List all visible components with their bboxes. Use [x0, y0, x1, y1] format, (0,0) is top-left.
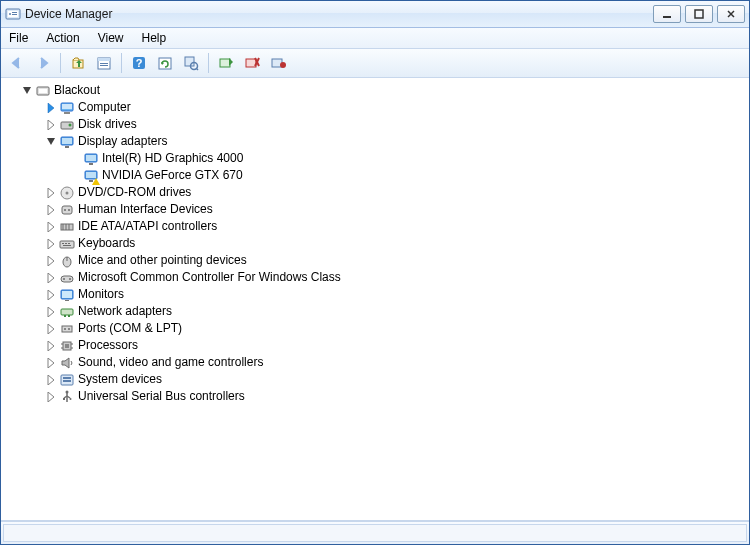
computer-icon — [59, 100, 75, 116]
tree-category-label: Display adapters — [78, 133, 167, 150]
display-icon — [83, 151, 99, 167]
toolbar-properties-button[interactable] — [92, 51, 116, 75]
toolbar-separator — [121, 53, 122, 73]
toolbar-separator — [208, 53, 209, 73]
display-icon — [59, 134, 75, 150]
window-title: Device Manager — [25, 7, 112, 21]
expander-icon[interactable] — [45, 204, 56, 215]
device-tree[interactable]: Blackout Computer Disk drives Display ad… — [1, 78, 749, 521]
sound-icon — [59, 355, 75, 371]
tree-category-label: Processors — [78, 337, 138, 354]
tree-device-label: NVIDIA GeForce GTX 670 — [102, 167, 243, 184]
expander-icon[interactable] — [45, 136, 56, 147]
system-icon — [59, 372, 75, 388]
tree-category[interactable]: Disk drives — [7, 116, 749, 133]
maximize-button[interactable] — [685, 5, 713, 23]
toolbar-separator — [60, 53, 61, 73]
expander-icon[interactable] — [45, 357, 56, 368]
tree-category-label: Universal Serial Bus controllers — [78, 388, 245, 405]
expander-icon[interactable] — [21, 85, 32, 96]
controller-icon — [59, 270, 75, 286]
expander-icon[interactable] — [45, 272, 56, 283]
svg-rect-76 — [695, 10, 703, 18]
tree-category-label: Mice and other pointing devices — [78, 252, 247, 269]
toolbar-help-button[interactable] — [127, 51, 151, 75]
tree-category-label: Network adapters — [78, 303, 172, 320]
expander-icon[interactable] — [45, 187, 56, 198]
tree-category[interactable]: System devices — [7, 371, 749, 388]
tree-device[interactable]: NVIDIA GeForce GTX 670 — [7, 167, 749, 184]
tree-category[interactable]: Keyboards — [7, 235, 749, 252]
tree-category[interactable]: Mice and other pointing devices — [7, 252, 749, 269]
tree-category-label: Computer — [78, 99, 131, 116]
tree-category[interactable]: Monitors — [7, 286, 749, 303]
tree-category-label: Sound, video and game controllers — [78, 354, 263, 371]
tree-category-label: Human Interface Devices — [78, 201, 213, 218]
tree-category[interactable]: Ports (COM & LPT) — [7, 320, 749, 337]
toolbar-forward-button[interactable] — [31, 51, 55, 75]
expander-icon[interactable] — [45, 306, 56, 317]
menu-view[interactable]: View — [96, 30, 126, 46]
expander-icon[interactable] — [45, 374, 56, 385]
tree-leaf-spacer — [69, 170, 80, 181]
statusbar — [1, 521, 749, 544]
tree-category-label: DVD/CD-ROM drives — [78, 184, 191, 201]
menu-action[interactable]: Action — [44, 30, 81, 46]
ide-icon — [59, 219, 75, 235]
tree-root-label: Blackout — [54, 82, 100, 99]
tree-category-label: Keyboards — [78, 235, 135, 252]
tree-category-label: Disk drives — [78, 116, 137, 133]
monitor-icon — [59, 287, 75, 303]
disk-icon — [59, 117, 75, 133]
expander-icon[interactable] — [45, 323, 56, 334]
network-icon — [59, 304, 75, 320]
expander-icon[interactable] — [45, 255, 56, 266]
toolbar-refresh-button[interactable] — [153, 51, 177, 75]
tree-category[interactable]: Universal Serial Bus controllers — [7, 388, 749, 405]
port-icon — [59, 321, 75, 337]
expander-icon[interactable] — [45, 340, 56, 351]
app-icon — [5, 6, 21, 22]
expander-icon[interactable] — [45, 119, 56, 130]
menubar: File Action View Help — [1, 28, 749, 49]
toolbar — [1, 49, 749, 78]
expander-icon[interactable] — [45, 238, 56, 249]
tree-category[interactable]: Human Interface Devices — [7, 201, 749, 218]
tree-category[interactable]: Sound, video and game controllers — [7, 354, 749, 371]
tree-device[interactable]: Intel(R) HD Graphics 4000 — [7, 150, 749, 167]
titlebar: Device Manager — [1, 1, 749, 28]
toolbar-show-hide-tree-button[interactable] — [66, 51, 90, 75]
cpu-icon — [59, 338, 75, 354]
root-icon — [35, 83, 51, 99]
tree-category[interactable]: Computer — [7, 99, 749, 116]
close-button[interactable] — [717, 5, 745, 23]
expander-icon[interactable] — [45, 391, 56, 402]
menu-help[interactable]: Help — [140, 30, 169, 46]
display-icon — [83, 168, 99, 184]
expander-icon[interactable] — [45, 102, 56, 113]
tree-category[interactable]: Microsoft Common Controller For Windows … — [7, 269, 749, 286]
tree-category-label: Ports (COM & LPT) — [78, 320, 182, 337]
tree-category[interactable]: Network adapters — [7, 303, 749, 320]
tree-category[interactable]: DVD/CD-ROM drives — [7, 184, 749, 201]
tree-category[interactable]: Display adapters — [7, 133, 749, 150]
optical-icon — [59, 185, 75, 201]
toolbar-uninstall-device-button[interactable] — [266, 51, 290, 75]
minimize-button[interactable] — [653, 5, 681, 23]
tree-category[interactable]: Processors — [7, 337, 749, 354]
usb-icon — [59, 389, 75, 405]
tree-root[interactable]: Blackout — [7, 82, 749, 99]
toolbar-enable-device-button[interactable] — [214, 51, 238, 75]
toolbar-back-button[interactable] — [5, 51, 29, 75]
expander-icon[interactable] — [45, 221, 56, 232]
tree-category-label: Microsoft Common Controller For Windows … — [78, 269, 341, 286]
keyboard-icon — [59, 236, 75, 252]
status-cell — [3, 524, 747, 542]
tree-category-label: Monitors — [78, 286, 124, 303]
tree-category[interactable]: IDE ATA/ATAPI controllers — [7, 218, 749, 235]
expander-icon[interactable] — [45, 289, 56, 300]
menu-file[interactable]: File — [7, 30, 30, 46]
toolbar-scan-hardware-button[interactable] — [179, 51, 203, 75]
toolbar-disable-device-button[interactable] — [240, 51, 264, 75]
mouse-icon — [59, 253, 75, 269]
